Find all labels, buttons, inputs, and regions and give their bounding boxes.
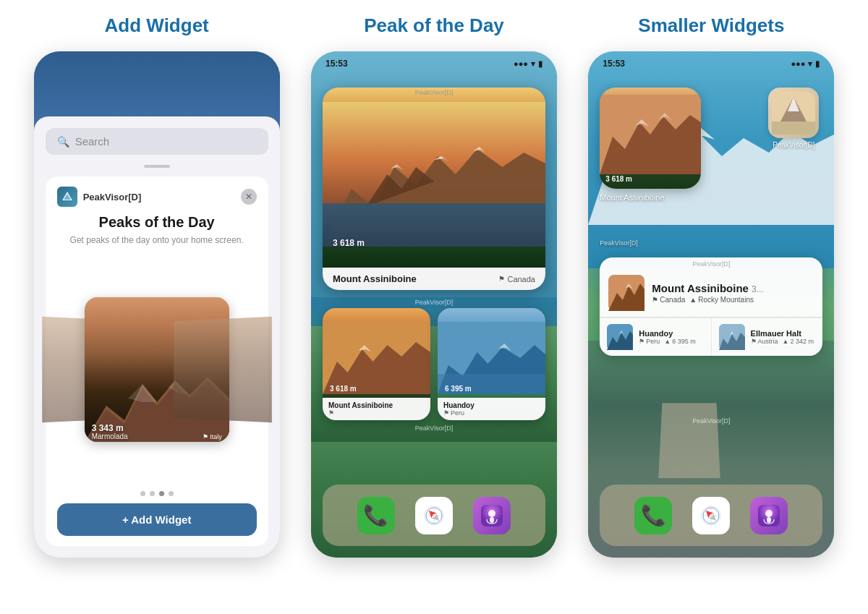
- search-placeholder: Search: [75, 135, 110, 148]
- dock-podcasts-3[interactable]: [750, 497, 788, 534]
- sw1-name: Mount Assiniboine: [328, 401, 425, 409]
- sq-altitude: 3 618 m: [605, 175, 632, 183]
- section-smaller-widgets: Smaller Widgets 15:53 ●●●: [584, 14, 839, 558]
- drag-handle: [144, 165, 170, 168]
- med-app-label: PeakVisor[D]: [600, 257, 822, 268]
- small-widgets-row: 3 618 m Mount Assiniboine ⚑: [323, 308, 545, 420]
- widget-title: Peaks of the Day: [99, 214, 215, 231]
- med-cell-ellmauer-info: Ellmauer Halt ⚑ Austria ▲ 2 342 m: [751, 329, 816, 345]
- widget-picker: 🔍 Search PeakVisor[D]: [34, 116, 280, 558]
- large-widget-altitude: 3 618 m: [333, 238, 365, 248]
- flag-sw2: ⚑: [443, 409, 449, 417]
- dot-1: [140, 491, 145, 496]
- med-region-tag: ▲ Rocky Mountains: [689, 296, 754, 304]
- dock-phone-2[interactable]: 📞: [357, 497, 395, 534]
- status-bar-2: 15:53 ●●● ▾ ▮: [311, 51, 557, 73]
- app-icon-img[interactable]: [768, 88, 819, 138]
- mountain-ellmauer: ▲: [783, 338, 789, 345]
- mountain-huandoy: ▲: [664, 338, 671, 345]
- dock-safari-3[interactable]: [692, 497, 730, 534]
- med-thumb-main: [608, 275, 644, 311]
- svg-rect-39: [772, 121, 815, 135]
- med-cell-huandoy: Huandoy ⚑ Peru ▲ 6 395 m: [600, 318, 711, 356]
- close-button[interactable]: ✕: [241, 189, 257, 205]
- sw2-info: Huandoy ⚑ Peru: [438, 398, 545, 420]
- preview-altitude: 3 343 m: [92, 423, 124, 433]
- flag-sw1: ⚑: [328, 409, 334, 417]
- app-label-bottom-2: PeakVisor[D]: [311, 425, 557, 432]
- sw1-country: ⚑: [328, 409, 425, 417]
- med-widget-row: Huandoy ⚑ Peru ▲ 6 395 m: [600, 317, 822, 356]
- phone-frame-peak-day: 15:53 ●●● ▾ ▮: [311, 51, 557, 558]
- app-name: PeakVisor[D]: [83, 192, 241, 202]
- mountain-med: ▲: [689, 296, 697, 304]
- small-widget-2: 6 395 m Huandoy ⚑ Peru: [438, 308, 545, 420]
- medium-widget: PeakVisor[D] Mount Assiniboine 3...: [600, 257, 822, 356]
- status-icons-2: ●●● ▾ ▮: [514, 59, 542, 69]
- signal-icon-3: ●●●: [791, 59, 805, 68]
- wifi-icon: ▾: [531, 59, 535, 69]
- flag-ellmauer: ⚑: [751, 338, 757, 345]
- svg-point-26: [488, 510, 495, 517]
- section-title-3: Smaller Widgets: [638, 14, 784, 37]
- large-widget-country: ⚑ Canada: [498, 275, 535, 283]
- med-tags: ⚑ Canada ▲ Rocky Mountains: [652, 296, 814, 304]
- svg-rect-27: [490, 517, 494, 523]
- section-peak-of-day: Peak of the Day 15:53 ●●● ▾ ▮: [306, 14, 561, 558]
- med-main-name: Mount Assiniboine: [652, 282, 749, 294]
- section-title-1: Add Widget: [105, 14, 209, 37]
- app-icon-home: PeakVisor[D]: [765, 88, 822, 149]
- sq-widget-label-below: Mount Assiniboine: [600, 193, 664, 202]
- preview-peak-name: Marmolada: [92, 432, 128, 440]
- search-icon: 🔍: [57, 136, 69, 148]
- wifi-icon-3: ▾: [808, 59, 812, 69]
- phone-frame-add-widget: 🔍 Search PeakVisor[D]: [34, 51, 280, 558]
- large-widget-info: Mount Assiniboine ⚑ Canada: [323, 268, 545, 290]
- med-country-tag: ⚑ Canada: [652, 296, 685, 304]
- signal-icon: ●●●: [514, 59, 528, 68]
- small-widget-1: 3 618 m Mount Assiniboine ⚑: [323, 308, 430, 420]
- widget-desc: Get peaks of the day onto your home scre…: [70, 235, 244, 245]
- search-bar[interactable]: 🔍 Search: [46, 128, 268, 155]
- widget-card: PeakVisor[D] ✕ Peaks of the Day Get peak…: [46, 176, 268, 546]
- med-thumb-ellmauer: [719, 324, 745, 350]
- section-title-2: Peak of the Day: [364, 14, 504, 37]
- app-icon-small: [57, 187, 77, 207]
- app-label-below-left: PeakVisor[D]: [600, 239, 637, 247]
- large-widget-app-label: PeakVisor[D]: [323, 89, 545, 96]
- flag-med: ⚑: [652, 296, 658, 304]
- flag-icon-1: ⚑: [498, 275, 505, 283]
- sw1-info: Mount Assiniboine ⚑: [323, 398, 430, 420]
- med-cell-huandoy-info: Huandoy ⚑ Peru ▲ 6 395 m: [639, 329, 704, 345]
- med-ellmauer-detail: ⚑ Austria ▲ 2 342 m: [751, 338, 816, 345]
- dock-2: 📞: [323, 485, 545, 546]
- sw1-altitude: 3 618 m: [330, 385, 357, 393]
- svg-point-56: [765, 510, 773, 517]
- time-3: 15:53: [603, 59, 625, 69]
- preview-country: ⚑ Italy: [203, 433, 222, 440]
- app-label-between: PeakVisor[D]: [311, 299, 557, 306]
- svg-rect-57: [767, 517, 771, 523]
- med-cell-ellmauer: Ellmauer Halt ⚑ Austria ▲ 2 342 m: [712, 318, 823, 356]
- add-widget-button[interactable]: + Add Widget: [57, 503, 257, 536]
- battery-icon: ▮: [538, 59, 542, 69]
- sw2-altitude: 6 395 m: [445, 385, 472, 393]
- med-widget-header: Mount Assiniboine 3... ⚑ Canada ▲ Rocky …: [600, 268, 822, 317]
- flag-huandoy: ⚑: [639, 338, 644, 345]
- sw2-country: ⚑ Peru: [443, 409, 540, 417]
- dock-safari-2[interactable]: [415, 497, 453, 534]
- app-label-footer-3: PeakVisor[D]: [588, 417, 834, 425]
- sw2-name: Huandoy: [443, 401, 540, 409]
- dock-phone-3[interactable]: 📞: [634, 497, 672, 534]
- main-container: Add Widget 🔍 Search: [0, 0, 868, 572]
- section-add-widget: Add Widget 🔍 Search: [29, 14, 284, 558]
- status-bar-3: 15:53 ●●● ▾ ▮: [588, 51, 834, 73]
- med-huandoy-name: Huandoy: [639, 329, 704, 338]
- dot-3: [159, 491, 164, 496]
- dock-podcasts-2[interactable]: [473, 497, 511, 534]
- app-icon-label: PeakVisor[D]: [773, 141, 814, 149]
- time-2: 15:53: [326, 59, 348, 69]
- carousel-dots: [140, 491, 174, 496]
- large-widget-peak: 3 618 m Mount Assiniboine ⚑ Canada PeakV…: [323, 88, 545, 290]
- status-icons-3: ●●● ▾ ▮: [791, 59, 820, 69]
